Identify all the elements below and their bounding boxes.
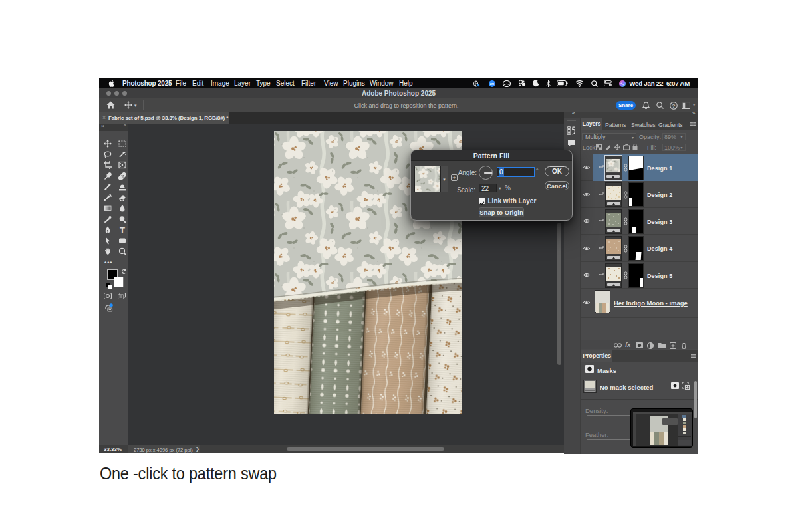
svg-text:zm: zm xyxy=(490,82,494,86)
svg-text:T: T xyxy=(120,226,125,234)
svg-text:?: ? xyxy=(672,102,676,108)
